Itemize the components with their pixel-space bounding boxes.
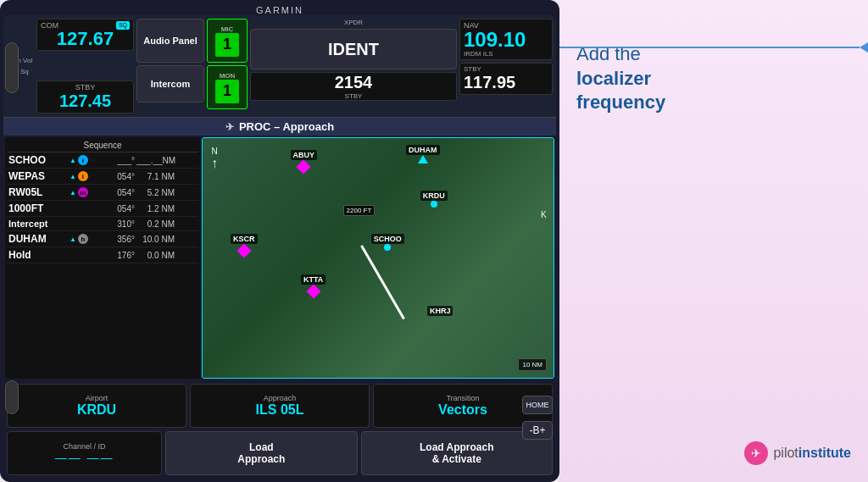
left-knob-bottom[interactable] bbox=[5, 380, 19, 414]
load-approach-button[interactable]: Load Approach bbox=[165, 431, 357, 475]
approach-line bbox=[360, 246, 405, 320]
waypoint-abuy: ABUY bbox=[291, 150, 318, 172]
waypoint-triangle-duham bbox=[418, 155, 428, 163]
nav-sub-label: IRDM ILS bbox=[464, 50, 548, 58]
seq-dist-intercept: 0.2 NM bbox=[136, 219, 175, 229]
mic-mon-block: MIC 1 MON 1 bbox=[207, 19, 248, 114]
seq-row-duham: DUHAM ▲ h 356° 10.0 NM bbox=[7, 231, 198, 247]
seq-deg-rw05l: 054° bbox=[105, 188, 135, 197]
mon-box[interactable]: MON 1 bbox=[207, 65, 248, 109]
seq-deg-1000ft: 054° bbox=[105, 204, 135, 213]
nav-frequency: 109.10 bbox=[464, 30, 548, 50]
seq-row-hold: Hold 176° 0.0 NM bbox=[7, 247, 198, 263]
xpdr-ident-block: XPDR IDENT 2154 STBY bbox=[250, 19, 457, 114]
arrow-line-container bbox=[559, 47, 868, 48]
com-freq-box[interactable]: COM SQ 127.67 bbox=[36, 19, 134, 51]
plus-button[interactable]: -B+ bbox=[522, 421, 553, 440]
seq-icons-schoo: ▲ i bbox=[70, 155, 103, 165]
seq-row-1000ft: 1000FT 054° 1.2 NM bbox=[7, 201, 198, 217]
waypoint-ktta: KTTA bbox=[301, 274, 326, 296]
seq-deg-wepas: 054° bbox=[105, 172, 135, 181]
annotation-line2: localizer bbox=[576, 67, 851, 91]
nav-stby-label: STBY bbox=[464, 65, 548, 73]
seq-deg-duham: 356° bbox=[105, 235, 135, 244]
stby-frequency: 127.45 bbox=[41, 91, 130, 111]
stby-text: STBY bbox=[251, 92, 456, 100]
seq-name-intercept: Intercept bbox=[8, 219, 68, 229]
airport-value: KRDU bbox=[77, 402, 116, 418]
sequence-title: Sequence bbox=[7, 139, 198, 152]
airport-selector[interactable]: Airport KRDU bbox=[7, 384, 186, 428]
proc-icon: ✈ bbox=[225, 121, 234, 133]
seq-icons-rw05l: ▲ m bbox=[70, 187, 103, 197]
garmin-device: GARMIN Com Vol Psh Sq COM SQ 127.67 S bbox=[0, 0, 559, 482]
waypoint-label-krdu: KRDU bbox=[420, 191, 448, 201]
left-knob-top[interactable] bbox=[5, 42, 19, 93]
stby-freq-box[interactable]: STBY 127.45 bbox=[36, 80, 134, 114]
xpdr-label: XPDR bbox=[250, 19, 457, 26]
ident-button[interactable]: IDENT bbox=[250, 29, 457, 69]
seq-dist-hold: 0.0 NM bbox=[136, 251, 175, 260]
seq-dist-duham: 10.0 NM bbox=[136, 235, 175, 244]
k-marker: K bbox=[541, 210, 547, 219]
intercom-label: Intercom bbox=[151, 79, 190, 89]
approach-value: ILS 05L bbox=[256, 402, 304, 418]
transition-label: Transition bbox=[446, 394, 479, 402]
audio-panel-button[interactable]: Audio Panel bbox=[136, 19, 204, 63]
brand-text: GARMIN bbox=[256, 5, 303, 15]
waypoint-diamond-kscr bbox=[236, 244, 251, 258]
channel-dashes: —— —— bbox=[55, 451, 114, 464]
waypoint-krdu: KRDU bbox=[420, 191, 448, 208]
nav-stby-box: STBY 117.95 bbox=[459, 63, 553, 95]
proc-title: PROC – Approach bbox=[239, 120, 334, 133]
ident-label: IDENT bbox=[328, 40, 379, 59]
mic-label: MIC bbox=[221, 25, 234, 33]
stby-code: 2154 bbox=[251, 73, 456, 92]
seq-row-intercept: Intercept 310° 0.2 NM bbox=[7, 217, 198, 231]
logo-institute-text: institute bbox=[798, 446, 851, 460]
seq-icons-wepas: ▲ i bbox=[70, 171, 103, 181]
sequence-panel: Sequence SCHOO ▲ i ___° ___.__NM WEPAS bbox=[5, 137, 200, 379]
approach-selector[interactable]: Approach ILS 05L bbox=[190, 384, 370, 428]
annotation-line3: frequency bbox=[576, 91, 851, 115]
waypoint-dot-schoo bbox=[384, 244, 391, 251]
sequence-table: SCHOO ▲ i ___° ___.__NM WEPAS ▲ i bbox=[7, 152, 198, 377]
seq-icons-duham: ▲ h bbox=[70, 234, 103, 244]
home-label: HOME bbox=[526, 401, 549, 409]
seq-dist-wepas: 7.1 NM bbox=[136, 172, 175, 181]
com-frequency[interactable]: 127.67 bbox=[41, 30, 130, 48]
info-icon-orange: i bbox=[78, 171, 88, 181]
waypoint-label-schoo: SCHOO bbox=[371, 234, 404, 244]
transition-value: Vectors bbox=[438, 402, 487, 418]
waypoint-kscr: KSCR bbox=[231, 234, 258, 256]
triangle-up-icon: ▲ bbox=[70, 157, 76, 164]
channel-label: Channel / ID bbox=[64, 442, 106, 451]
intercom-button[interactable]: Intercom bbox=[136, 65, 204, 102]
brand-label: GARMIN bbox=[3, 3, 556, 15]
plus-label: -B+ bbox=[529, 424, 545, 436]
mic-box[interactable]: MIC 1 bbox=[207, 19, 248, 63]
waypoint-label-duham: DUHAM bbox=[406, 145, 440, 155]
stby-code-box: 2154 STBY bbox=[250, 72, 457, 101]
seq-name-hold: Hold bbox=[8, 249, 68, 261]
triangle-up-icon: ▲ bbox=[70, 189, 76, 197]
mon-num: 1 bbox=[215, 80, 239, 103]
main-content-area: Sequence SCHOO ▲ i ___° ___.__NM WEPAS bbox=[3, 136, 556, 380]
seq-deg-hold: 176° bbox=[105, 251, 135, 260]
scale-box: 10 NM bbox=[518, 358, 547, 371]
nav-freq-box[interactable]: NAV 109.10 IRDM ILS bbox=[459, 19, 553, 60]
load-approach-label: Load Approach bbox=[237, 441, 285, 465]
waypoint-diamond-abuy bbox=[297, 160, 311, 175]
com-block: COM SQ 127.67 STBY 127.45 bbox=[36, 19, 134, 114]
altitude-label: 2200 FT bbox=[347, 207, 372, 214]
info-icon-magenta: m bbox=[78, 187, 88, 197]
seq-deg-intercept: 310° bbox=[105, 219, 135, 229]
mic-num: 1 bbox=[215, 33, 239, 57]
info-icon-blue: i bbox=[78, 155, 88, 165]
home-button[interactable]: HOME bbox=[522, 396, 553, 414]
seq-dist-rw05l: 5.2 NM bbox=[136, 188, 175, 197]
waypoint-diamond-ktta bbox=[306, 285, 320, 299]
triangle-up-icon: ▲ bbox=[70, 173, 76, 180]
mon-label: MON bbox=[220, 72, 236, 80]
seq-name-duham: DUHAM bbox=[8, 233, 68, 245]
